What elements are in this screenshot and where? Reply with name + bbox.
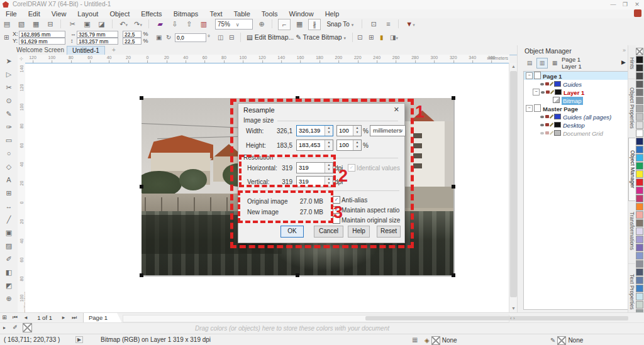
restore-button[interactable]: ❐	[619, 1, 631, 8]
palette-swatch[interactable]	[636, 178, 643, 186]
object-height-input[interactable]	[77, 38, 118, 45]
palette-swatch[interactable]	[636, 211, 643, 219]
selection-handle-bottom-right[interactable]	[452, 273, 455, 277]
palette-swatch[interactable]	[636, 56, 643, 63]
selection-handle-bottom-left[interactable]	[140, 273, 143, 277]
page-tab[interactable]: Page 1	[83, 313, 122, 323]
printable-icon[interactable]	[546, 90, 550, 94]
shape-tool-icon[interactable]: ▷	[0, 68, 18, 81]
save-icon[interactable]: ▦	[30, 19, 42, 29]
export-icon[interactable]: ⇧	[184, 19, 195, 29]
selection-handle-top-left[interactable]	[140, 96, 143, 100]
printable-icon[interactable]	[545, 115, 549, 118]
selection-handle-bottom-center[interactable]	[296, 273, 299, 277]
table-tool-icon[interactable]: ⊞	[0, 187, 18, 200]
crop-tool-icon[interactable]: ✂	[0, 81, 18, 94]
visibility-eye-icon[interactable]	[541, 91, 545, 94]
menu-layout[interactable]: Layout	[72, 9, 104, 18]
tree-row-bitmap[interactable]: Bitmap	[524, 96, 628, 104]
palette-swatch[interactable]	[636, 236, 643, 243]
polygon-tool-icon[interactable]: ◇	[0, 160, 18, 173]
palette-swatch[interactable]	[636, 203, 643, 211]
editable-pencil-icon[interactable]	[550, 82, 553, 86]
tree-row-document-grid[interactable]: Document Grid	[524, 129, 628, 137]
print-icon[interactable]: ⊟	[45, 19, 56, 29]
palette-swatch[interactable]	[636, 162, 643, 170]
crop-bitmap-icon[interactable]: ⊡	[357, 34, 362, 41]
selection-handle-mid-left[interactable]	[140, 185, 143, 189]
horizontal-ruler[interactable]: millimeters 1201008060402002040608010012…	[25, 55, 509, 63]
editable-pencil-icon[interactable]	[550, 123, 553, 127]
last-page-icon[interactable]: ⏭	[70, 313, 79, 322]
printable-icon[interactable]	[545, 131, 549, 134]
mirror-horizontal-icon[interactable]: ◫	[218, 34, 223, 41]
palette-swatch[interactable]	[636, 97, 643, 104]
image-adjustment-icon[interactable]: ◨▾	[390, 34, 398, 41]
docker-tab-object-properties[interactable]: Object Properties	[628, 78, 635, 139]
edit-bitmap-button[interactable]: ▤ Edit Bitmap...	[247, 33, 294, 41]
freehand-tool-icon[interactable]: ✎	[0, 107, 18, 121]
options-icon[interactable]: ⊡	[368, 19, 379, 29]
mirror-vertical-icon[interactable]: ⊟	[229, 34, 234, 41]
palette-swatch[interactable]	[636, 227, 643, 235]
y-position-input[interactable]	[19, 38, 65, 45]
palette-swatch[interactable]	[636, 129, 643, 137]
editable-pencil-icon[interactable]	[550, 131, 553, 135]
editable-pencil-icon[interactable]	[550, 90, 554, 94]
selection-handle-mid-right[interactable]	[452, 185, 455, 189]
drop-shadow-tool-icon[interactable]: ▣	[0, 226, 18, 239]
user-account-icon[interactable]	[634, 9, 641, 17]
zoom-level-combo[interactable]: 75% ∨	[215, 19, 253, 30]
palette-swatch[interactable]	[636, 244, 643, 251]
panel-flyout-icon[interactable]: »	[623, 47, 626, 53]
palette-flyout-icon[interactable]: ▸	[0, 323, 9, 332]
tree-row-desktop[interactable]: Desktop	[524, 121, 628, 129]
application-launcher-icon[interactable]: ▼▾	[405, 19, 416, 29]
add-page-icon[interactable]: ⊞	[0, 313, 9, 322]
expander-icon[interactable]: −	[533, 89, 540, 96]
new-document-tab-button[interactable]: +	[107, 46, 121, 54]
text-tool-icon[interactable]: A	[0, 173, 18, 187]
first-page-icon[interactable]: ⏮	[11, 313, 19, 322]
visibility-eye-icon[interactable]	[540, 124, 544, 126]
search-content-icon[interactable]: ▰	[155, 19, 166, 29]
dimension-tool-icon[interactable]: ↔	[0, 200, 18, 213]
show-object-properties-icon[interactable]: ▤	[524, 58, 535, 68]
palette-swatch[interactable]	[636, 285, 643, 292]
undo-icon[interactable]: ↶▾	[118, 19, 130, 29]
menu-file[interactable]: File	[0, 9, 23, 18]
palette-swatch[interactable]	[636, 252, 643, 260]
page-flyout-icon[interactable]: ▶	[621, 59, 626, 65]
layer-color-swatch[interactable]	[554, 130, 561, 136]
new-document-icon[interactable]: ▤	[1, 19, 13, 29]
palette-swatch[interactable]	[636, 195, 643, 202]
palette-swatch[interactable]	[636, 105, 643, 112]
object-details-icon[interactable]: ▶	[75, 336, 83, 343]
menu-bitmaps[interactable]: Bitmaps	[168, 9, 204, 18]
vertical-scrollbar[interactable]: ▲ ▼	[509, 63, 518, 312]
palette-swatch[interactable]	[636, 64, 643, 72]
menu-text[interactable]: Text	[204, 9, 228, 18]
transparency-tool-icon[interactable]: ▨	[0, 239, 18, 253]
visibility-eye-icon[interactable]	[540, 83, 544, 85]
minimize-button[interactable]: —	[608, 1, 619, 8]
rotation-angle-input[interactable]	[175, 33, 206, 42]
close-button[interactable]: ✕	[631, 1, 643, 8]
palette-swatch[interactable]	[636, 170, 643, 178]
menu-edit[interactable]: Edit	[23, 9, 46, 18]
palette-swatch[interactable]	[636, 187, 643, 194]
tree-row-master-page[interactable]: −Master Page	[524, 104, 628, 112]
rectangle-tool-icon[interactable]: ▭	[0, 134, 18, 147]
tab-welcome-screen[interactable]: Welcome Screen	[11, 46, 69, 54]
artistic-media-tool-icon[interactable]: ✑	[0, 121, 18, 134]
import-icon[interactable]: ⇩	[169, 19, 180, 29]
palette-swatch[interactable]	[636, 277, 643, 284]
pick-tool-icon[interactable]: ➤	[0, 55, 18, 68]
tree-row-page-1[interactable]: −Page 1	[524, 72, 628, 80]
palette-swatch[interactable]	[636, 260, 643, 268]
visibility-eye-icon[interactable]	[540, 116, 544, 118]
lock-ratio-icon[interactable]: ▣	[156, 34, 162, 41]
trace-bitmap-button[interactable]: ✎ Trace Bitmap ▾	[296, 33, 346, 41]
customize-toolbox-icon[interactable]: ⊕	[0, 292, 18, 305]
printable-icon[interactable]	[545, 123, 549, 126]
